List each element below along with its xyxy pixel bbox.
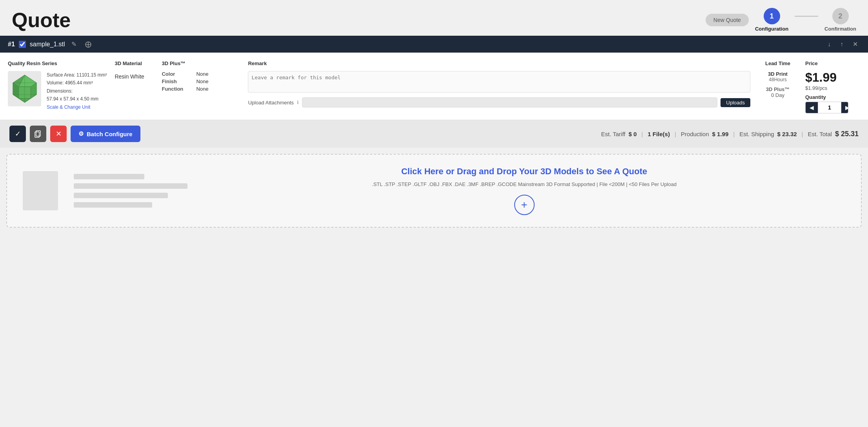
- upload-text: Click Here or Drag and Drop Your 3D Mode…: [203, 166, 845, 215]
- quantity-decrease-button[interactable]: ◀: [806, 102, 818, 113]
- batch-label: Batch Configure: [87, 131, 133, 137]
- upload-label: Upload Attachments: [248, 100, 293, 106]
- select-all-button[interactable]: ✓: [9, 126, 26, 142]
- upload-zone[interactable]: Click Here or Drag and Drop Your 3D Mode…: [6, 154, 862, 228]
- file-bar-right: ↓ ↑ ✕: [825, 40, 860, 49]
- placeholder-line-2: [74, 183, 187, 189]
- finish-label: Finish: [162, 78, 193, 84]
- quantity-input[interactable]: [818, 102, 841, 113]
- copy-icon: [34, 130, 42, 138]
- lead-plus-days: 0 Day: [758, 92, 797, 98]
- upload-plus-icon: +: [514, 195, 535, 215]
- col-lead: Lead Time 3D Print 48Hours 3D Plus™ 0 Da…: [750, 60, 797, 102]
- scale-change-unit-link[interactable]: Scale & Change Unit: [47, 104, 90, 110]
- step-1-label: Configuration: [755, 26, 788, 32]
- quantity-label: Quantity: [805, 94, 860, 100]
- volume: Volume: 4965.44 mm³: [47, 79, 107, 87]
- move-down-button[interactable]: ↓: [825, 40, 833, 49]
- add-file-button[interactable]: ⨁: [83, 40, 94, 49]
- placeholder-line-3: [74, 193, 168, 198]
- edit-filename-button[interactable]: ✎: [69, 40, 79, 49]
- plus-grid: Color None Finish None Function None: [162, 71, 240, 92]
- svg-rect-13: [36, 131, 40, 136]
- model-thumbnail: [8, 71, 41, 106]
- model-info: Surface Area: 11101.15 mm² Volume: 4965.…: [47, 71, 107, 111]
- info-icon: ℹ: [297, 100, 299, 105]
- production-label: Production: [681, 131, 709, 137]
- upload-sub-text: .STL .STP .STEP .GLTF .OBJ .FBX .DAE .3M…: [203, 181, 845, 188]
- placeholder-line-4: [74, 202, 152, 208]
- toolbar: ✓ ✕ ⚙ Batch Configure Est. Tariff $ 0 | …: [0, 120, 868, 148]
- remark-header: Remark: [248, 60, 750, 66]
- dimensions-value: 57.94 x 57.94 x 4.50 mm: [47, 95, 107, 103]
- surface-area-label: Surface Area:: [47, 72, 75, 78]
- batch-icon: ⚙: [78, 130, 84, 137]
- est-tariff-label: Est. Tariff: [601, 131, 625, 137]
- file-name: sample_1.stl: [30, 41, 65, 48]
- lead-primary: 3D Print: [758, 71, 797, 77]
- toolbar-left: ✓ ✕ ⚙ Batch Configure: [9, 126, 140, 142]
- function-value: None: [196, 86, 240, 92]
- quantity-increase-button[interactable]: ▶: [841, 102, 848, 113]
- content-card: Quality Resin Series: [0, 53, 868, 120]
- placeholder-line-1: [74, 174, 144, 179]
- lead-plus-label: 3D Plus™: [758, 86, 797, 92]
- delete-button[interactable]: ✕: [50, 126, 67, 142]
- file-number: #1: [8, 41, 15, 48]
- move-up-button[interactable]: ↑: [838, 40, 846, 49]
- surface-area-value: 11101.15 mm²: [76, 72, 107, 78]
- file-checkbox[interactable]: [19, 41, 26, 48]
- upload-button[interactable]: Uploads: [721, 98, 750, 107]
- col-remark: Remark Upload Attachments ℹ Uploads: [240, 60, 750, 108]
- col-plus: 3D Plus™ Color None Finish None Function…: [154, 60, 240, 92]
- page-title: Quote: [12, 8, 71, 32]
- file-bar-left: #1 sample_1.stl ✎ ⨁: [8, 40, 94, 49]
- toolbar-summary: Est. Tariff $ 0 | 1 File(s) | Production…: [601, 130, 859, 138]
- step-1-circle: 1: [764, 8, 780, 24]
- col-material: 3D Material Resin White: [107, 60, 154, 80]
- sep1: |: [641, 131, 643, 137]
- quantity-control: ◀ ▶: [805, 102, 848, 113]
- stepper: New Quote 1 Configuration 2 Confirmation: [706, 8, 856, 32]
- lead-plus-section: 3D Plus™ 0 Day: [758, 86, 797, 98]
- surface-area: Surface Area: 11101.15 mm²: [47, 71, 107, 79]
- price-header: Price: [805, 60, 860, 66]
- quality-header: Quality Resin Series: [8, 60, 107, 66]
- remark-textarea[interactable]: [248, 71, 750, 93]
- upload-main-text: Click Here or Drag and Drop Your 3D Mode…: [203, 166, 845, 177]
- copy-button[interactable]: [30, 126, 46, 142]
- new-quote-button[interactable]: New Quote: [706, 14, 749, 26]
- lead-hours: 48Hours: [758, 77, 797, 82]
- material-header: 3D Material: [115, 60, 154, 66]
- upload-lines: [74, 174, 187, 208]
- svg-rect-14: [35, 132, 39, 137]
- files-count: 1 File(s): [648, 131, 670, 137]
- color-value: None: [196, 71, 240, 77]
- step-connector: [795, 16, 818, 17]
- header: Quote New Quote 1 Configuration 2 Confir…: [0, 0, 868, 36]
- lead-primary-section: 3D Print 48Hours: [758, 71, 797, 82]
- col-price: Price $1.99 $1.99/pcs Quantity ◀ ▶: [797, 60, 860, 113]
- sep3: |: [733, 131, 735, 137]
- volume-value: 4965.44 mm³: [65, 80, 93, 86]
- upload-input-area[interactable]: [302, 97, 718, 108]
- step-2-circle: 2: [832, 8, 849, 24]
- sep2: |: [675, 131, 676, 137]
- sep4: |: [802, 131, 803, 137]
- volume-label: Volume:: [47, 80, 64, 86]
- step-2-label: Confirmation: [824, 26, 856, 32]
- material-value: Resin White: [115, 73, 154, 80]
- est-total-label: Est. Total: [808, 131, 832, 137]
- batch-configure-button[interactable]: ⚙ Batch Configure: [71, 126, 140, 142]
- upload-placeholder-thumb: [23, 171, 58, 210]
- plus-header: 3D Plus™: [162, 60, 240, 66]
- est-shipping-label: Est. Shipping: [739, 131, 774, 137]
- lead-header: Lead Time: [758, 60, 797, 66]
- dimensions-label: Dimensions:: [47, 87, 107, 95]
- close-file-button[interactable]: ✕: [850, 40, 860, 49]
- file-bar: #1 sample_1.stl ✎ ⨁ ↓ ↑ ✕: [0, 36, 868, 53]
- model-preview: Surface Area: 11101.15 mm² Volume: 4965.…: [8, 71, 107, 111]
- upload-row: Upload Attachments ℹ Uploads: [248, 97, 750, 108]
- est-tariff-value: $ 0: [628, 131, 637, 137]
- finish-value: None: [196, 78, 240, 84]
